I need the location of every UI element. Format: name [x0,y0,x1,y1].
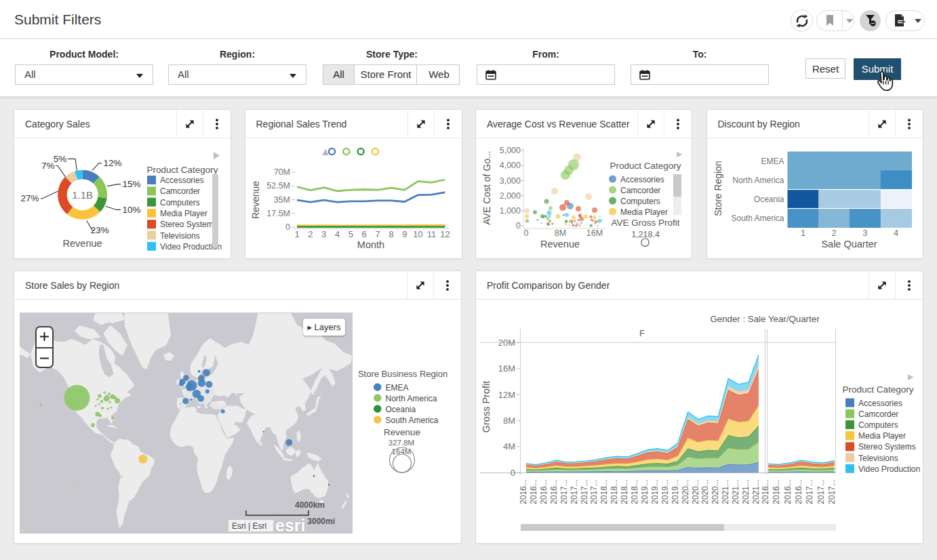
svg-text:2017...: 2017... [559,479,569,504]
svg-text:2017...: 2017... [816,479,826,504]
svg-text:AVE Gross Profit: AVE Gross Profit [611,218,679,228]
svg-text:Televisions: Televisions [160,231,200,241]
svg-text:2016...: 2016... [519,479,528,504]
svg-text:Revenue: Revenue [63,238,102,249]
svg-text:esri: esri [275,516,305,534]
svg-text:Televisions: Televisions [858,454,898,463]
svg-text:2020...: 2020... [700,479,710,504]
svg-text:3: 3 [862,228,867,238]
svg-text:2016...: 2016... [783,479,793,504]
svg-text:2,000: 2,000 [500,191,521,201]
svg-text:Media Player: Media Player [620,207,668,217]
svg-text:3,000: 3,000 [500,176,521,186]
svg-text:2: 2 [308,229,313,239]
svg-text:EMEA: EMEA [761,157,784,166]
svg-text:North America: North America [732,176,784,185]
svg-text:Stereo Systems: Stereo Systems [858,442,916,452]
svg-text:2018...: 2018... [610,479,619,504]
svg-text:327.8M: 327.8M [388,439,414,447]
svg-text:1,000: 1,000 [500,206,521,216]
svg-text:8M: 8M [555,228,566,238]
svg-text:Gross Profit: Gross Profit [481,381,492,433]
svg-text:2021...: 2021... [721,479,730,504]
svg-text:4: 4 [334,229,339,239]
svg-text:17.5M: 17.5M [266,209,290,218]
svg-text:Sale Quarter: Sale Quarter [821,239,877,249]
svg-text:2016...: 2016... [772,479,781,504]
svg-text:3000mi: 3000mi [307,517,335,526]
svg-text:27%: 27% [20,193,39,203]
svg-text:1: 1 [294,229,299,239]
svg-text:52.5M: 52.5M [266,181,290,191]
svg-text:12M: 12M [498,390,515,400]
svg-text:F: F [639,328,645,338]
svg-text:0: 0 [524,228,529,238]
svg-text:South America: South America [731,214,784,223]
svg-text:Month: Month [357,239,384,250]
svg-text:2020...: 2020... [711,479,720,504]
svg-text:0: 0 [516,221,521,231]
svg-text:2017...: 2017... [805,479,814,504]
svg-text:2018...: 2018... [599,479,609,504]
svg-text:2019...: 2019... [671,479,680,504]
svg-text:Media Player: Media Player [160,209,207,218]
svg-text:8M: 8M [503,416,515,426]
svg-text:16M: 16M [498,363,515,374]
svg-text:Store Region: Store Region [712,161,723,216]
svg-text:Accessories: Accessories [620,175,664,184]
svg-text:2016...: 2016... [761,479,770,504]
svg-text:Video Production: Video Production [858,464,920,474]
svg-text:2020...: 2020... [681,479,690,504]
svg-text:Revenue: Revenue [384,427,420,437]
svg-text:2017...: 2017... [580,479,589,504]
svg-text:0: 0 [511,468,515,478]
svg-text:20M: 20M [498,338,515,348]
svg-text:4,000: 4,000 [500,161,521,170]
svg-text:9: 9 [402,229,407,239]
svg-text:16M: 16M [586,228,603,238]
svg-text:Revenue: Revenue [250,181,261,219]
svg-text:Camcorder: Camcorder [160,186,200,196]
svg-text:4000km: 4000km [295,500,325,510]
svg-text:Product Category: Product Category [610,161,681,171]
svg-text:Stereo Systems: Stereo Systems [160,220,218,229]
svg-text:0: 0 [285,222,290,232]
svg-text:2021...: 2021... [751,479,761,504]
svg-text:2021...: 2021... [741,479,751,504]
svg-text:1,218.4: 1,218.4 [631,230,660,239]
svg-text:2017...: 2017... [827,479,837,504]
svg-text:Computers: Computers [160,198,200,207]
svg-text:EMEA: EMEA [386,383,409,393]
svg-text:2016...: 2016... [794,479,803,504]
svg-text:15%: 15% [123,179,141,189]
svg-text:2018...: 2018... [630,479,639,504]
svg-text:23%: 23% [91,225,109,235]
svg-text:12%: 12% [104,158,122,168]
svg-text:1.1B: 1.1B [72,189,93,201]
svg-text:6: 6 [361,229,366,239]
svg-text:5%: 5% [54,154,67,164]
svg-text:8: 8 [388,229,393,239]
svg-text:Computers: Computers [620,197,660,206]
svg-text:Esri | Esri: Esri | Esri [232,521,266,531]
svg-text:5,000: 5,000 [500,146,521,155]
svg-text:2021...: 2021... [731,479,740,504]
svg-text:2018...: 2018... [620,479,629,504]
svg-text:10: 10 [413,229,422,239]
svg-text:Product Category: Product Category [146,165,218,175]
svg-text:2019...: 2019... [650,479,660,504]
svg-text:Product Category: Product Category [842,384,913,395]
svg-text:2020...: 2020... [691,479,700,504]
svg-text:2016...: 2016... [549,479,559,504]
svg-text:Oceania: Oceania [386,405,416,414]
svg-text:3: 3 [321,229,326,239]
svg-text:AVE Cost of Go...: AVE Cost of Go... [481,151,492,224]
svg-text:Camcorder: Camcorder [858,409,898,419]
svg-text:5: 5 [348,229,353,239]
svg-text:2017...: 2017... [570,479,579,504]
svg-text:4M: 4M [503,441,515,452]
svg-text:Computers: Computers [858,420,898,430]
svg-text:Store Business Region: Store Business Region [358,369,447,379]
svg-text:7: 7 [375,229,380,239]
svg-text:South America: South America [386,416,439,425]
